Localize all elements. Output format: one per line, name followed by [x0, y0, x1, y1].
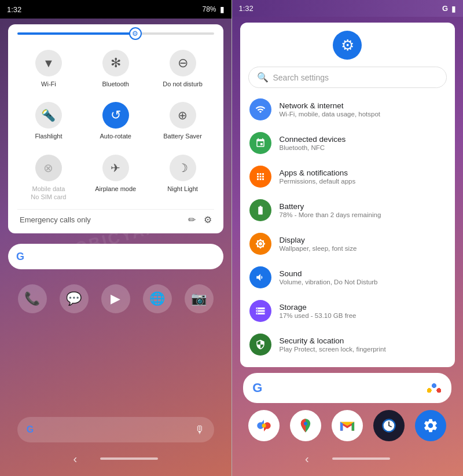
- maps-app[interactable]: [290, 410, 321, 441]
- back-button-right[interactable]: ‹: [305, 452, 309, 466]
- storage-title: Storage: [280, 303, 446, 312]
- emergency-text: Emergency calls only: [20, 215, 91, 224]
- tile-wifi[interactable]: ▼ Wi-Fi: [17, 44, 80, 91]
- dock-camera[interactable]: 📷: [185, 284, 214, 313]
- brightness-row[interactable]: [17, 32, 214, 35]
- storage-sub: 17% used - 53.10 GB free: [280, 312, 446, 319]
- brightness-fill: [17, 32, 135, 35]
- battery-sub: 78% - More than 2 days remaining: [280, 211, 446, 218]
- settings-item-network[interactable]: Network & internet Wi-Fi, mobile, data u…: [240, 93, 455, 126]
- status-bar-right: 1:32 G ▮: [232, 0, 464, 17]
- apps-title: Apps & notifications: [280, 169, 446, 177]
- apps-text: Apps & notifications Permissions, defaul…: [280, 169, 446, 185]
- airplane-label: Airplane mode: [95, 185, 136, 193]
- security-icon: [249, 334, 271, 356]
- tile-mobiledata[interactable]: ⊗ Mobile data No SIM card: [17, 149, 80, 205]
- settings-item-connected[interactable]: Connected devices Bluetooth, NFC: [240, 126, 455, 160]
- tile-nightlight[interactable]: ☽ Night Light: [152, 149, 214, 205]
- settings-item-battery[interactable]: Battery 78% - More than 2 days remaining: [240, 193, 455, 227]
- tile-flashlight[interactable]: 🔦 Flashlight: [17, 96, 80, 144]
- clock-app[interactable]: [373, 410, 405, 441]
- dock-messages[interactable]: 💬: [60, 284, 89, 313]
- security-sub: Play Protect, screen lock, fingerprint: [280, 346, 446, 353]
- settings-item-storage[interactable]: Storage 17% used - 53.10 GB free: [240, 294, 455, 328]
- battery-icon-left: ▮: [220, 5, 225, 14]
- status-icons-right: G ▮: [442, 4, 456, 13]
- time-right: 1:32: [239, 4, 253, 13]
- connected-text: Connected devices Bluetooth, NFC: [280, 135, 446, 151]
- settings-app[interactable]: [415, 410, 446, 441]
- camera-icon: 📷: [191, 291, 207, 306]
- sound-sub: Volume, vibration, Do Not Disturb: [280, 279, 446, 285]
- status-bar-left: 1:32 78% ▮: [0, 0, 232, 19]
- display-text: Display Wallpaper, sleep, font size: [280, 236, 446, 252]
- nav-pill-left[interactable]: [100, 457, 158, 460]
- search-placeholder: Search settings: [273, 73, 329, 82]
- display-icon: [249, 233, 271, 255]
- dock-play[interactable]: ▶: [101, 284, 130, 313]
- mic-icon-left[interactable]: 🎙: [194, 424, 205, 436]
- brightness-slider[interactable]: [17, 32, 214, 35]
- security-title: Security & location: [280, 336, 446, 345]
- play-icon: ▶: [111, 291, 120, 306]
- storage-icon: [249, 300, 271, 322]
- home-search-bar-left[interactable]: G 🎙: [17, 417, 214, 442]
- sound-title: Sound: [280, 269, 446, 278]
- network-text: Network & internet Wi-Fi, mobile, data u…: [280, 101, 446, 118]
- settings-list: Network & internet Wi-Fi, mobile, data u…: [240, 90, 455, 367]
- search-icon: 🔍: [257, 72, 269, 83]
- settings-item-apps[interactable]: Apps & notifications Permissions, defaul…: [240, 160, 455, 193]
- dnd-icon: ⊖: [170, 50, 196, 76]
- gmail-app[interactable]: [332, 410, 363, 441]
- batterysaver-label: Battery Saver: [163, 132, 202, 140]
- photos-app[interactable]: [248, 410, 280, 441]
- back-button-left[interactable]: ‹: [73, 452, 77, 466]
- brightness-thumb[interactable]: [129, 27, 142, 40]
- network-title: Network & internet: [280, 101, 446, 110]
- settings-item-display[interactable]: Display Wallpaper, sleep, font size: [240, 227, 455, 261]
- edit-icon[interactable]: ✏: [188, 214, 196, 225]
- emergency-icons: ✏ ⚙: [188, 214, 212, 225]
- emergency-row: Emergency calls only ✏ ⚙: [17, 209, 214, 228]
- g-logo-left: G: [16, 251, 24, 263]
- wifi-icon: ▼: [35, 50, 62, 76]
- tile-bluetooth[interactable]: ✻ Bluetooth: [84, 44, 147, 91]
- svg-point-1: [304, 422, 307, 426]
- status-icons-left: 78% ▮: [202, 5, 224, 14]
- flashlight-icon: 🔦: [35, 102, 62, 129]
- tile-batterysaver[interactable]: ⊕ Battery Saver: [152, 96, 214, 144]
- nav-pill-right[interactable]: [332, 457, 390, 460]
- settings-item-accounts[interactable]: Accounts No accounts added: [240, 361, 455, 367]
- connected-icon: [249, 132, 271, 154]
- phone-icon: 📞: [24, 291, 40, 306]
- google-search-bar-right[interactable]: G: [243, 373, 451, 403]
- dock-phone[interactable]: 📞: [18, 284, 47, 313]
- settings-card: ⚙ 🔍 Search settings Network & internet W…: [240, 23, 455, 367]
- nightlight-icon: ☽: [170, 155, 196, 181]
- settings-item-sound[interactable]: Sound Volume, vibration, Do Not Disturb: [240, 261, 455, 294]
- dock-chrome[interactable]: 🌐: [143, 284, 172, 313]
- google-search-bar-left[interactable]: G: [8, 244, 223, 269]
- bottom-right: G: [232, 373, 464, 476]
- batterysaver-icon: ⊕: [170, 102, 196, 129]
- tile-autorotate[interactable]: ↺ Auto-rotate: [84, 96, 147, 144]
- app-dock-left: 📞 💬 ▶ 🌐 📷: [0, 276, 232, 321]
- network-sub: Wi-Fi, mobile, data usage, hotspot: [280, 111, 446, 118]
- bluetooth-icon: ✻: [102, 50, 129, 76]
- autorotate-label: Auto-rotate: [100, 132, 131, 140]
- display-title: Display: [280, 236, 446, 244]
- settings-item-security[interactable]: Security & location Play Protect, screen…: [240, 328, 455, 361]
- autorotate-icon: ↺: [102, 102, 129, 129]
- nightlight-label: Night Light: [167, 185, 198, 193]
- battery-text-settings: Battery 78% - More than 2 days remaining: [280, 202, 446, 218]
- flashlight-label: Flashlight: [35, 132, 62, 140]
- tile-airplane[interactable]: ✈ Airplane mode: [84, 149, 147, 205]
- settings-icon[interactable]: ⚙: [204, 214, 212, 225]
- airplane-icon: ✈: [102, 155, 129, 181]
- bluetooth-label: Bluetooth: [102, 80, 129, 88]
- network-icon: [249, 98, 271, 120]
- battery-text-left: 78%: [202, 5, 216, 13]
- settings-search-bar[interactable]: 🔍 Search settings: [248, 67, 447, 88]
- battery-icon-right: ▮: [451, 4, 456, 13]
- tile-dnd[interactable]: ⊖ Do not disturb: [152, 44, 214, 91]
